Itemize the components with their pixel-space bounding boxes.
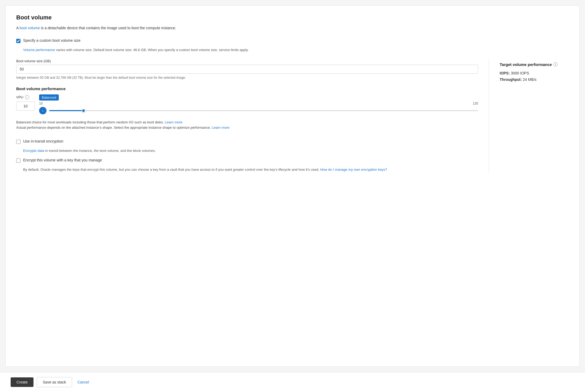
balanced-badge: Balanced [39, 94, 59, 101]
iops-stat: IOPS: 3000 IOPS [500, 71, 569, 75]
volume-performance-link[interactable]: Volume performance [23, 48, 55, 52]
manage-key-desc: By default, Oracle manages the keys that… [23, 167, 478, 173]
custom-boot-sub-text: varies with volume size. Default boot vo… [55, 48, 249, 52]
transit-encryption-checkbox[interactable] [16, 140, 20, 144]
manage-keys-link[interactable]: How do I manage my own encryption keys? [320, 168, 387, 172]
slider-track[interactable] [49, 110, 478, 111]
slider-labels: 10 120 [39, 102, 478, 105]
perf-text-2: Actual performance depends on the attach… [16, 126, 212, 130]
boot-volume-link[interactable]: boot volume [19, 26, 40, 30]
content-layout: Boot volume size (GB) 50 Integer between… [16, 59, 569, 173]
throughput-stat: Throughput: 24 MB/s [500, 77, 569, 82]
vpu-label: VPU [16, 95, 23, 99]
throughput-label: Throughput: [500, 77, 522, 82]
slider-section: Balanced 10 120 ‹ [39, 95, 478, 114]
slider-left-btn[interactable]: ‹ [39, 107, 47, 114]
iops-value: 3000 IOPS [511, 71, 529, 75]
desc-prefix: A [16, 26, 19, 30]
cancel-button[interactable]: Cancel [75, 377, 91, 387]
perf-text-1: Balanced choice for most workloads inclu… [16, 120, 165, 124]
page-description: A boot volume is a detachable device tha… [16, 25, 569, 31]
manage-key-row: Encrypt this volume with a key that you … [16, 158, 478, 163]
learn-more-link-2[interactable]: Learn more [212, 126, 229, 130]
slider-thumb [82, 109, 85, 112]
target-perf-info-icon[interactable]: i [553, 62, 558, 66]
slider-min-label: 10 [39, 102, 43, 105]
custom-boot-checkbox[interactable] [16, 39, 20, 43]
boot-volume-size-label: Boot volume size (GB) [16, 59, 478, 63]
performance-description: Balanced choice for most workloads inclu… [16, 120, 478, 131]
transit-desc-text: in transit between the instance, the boo… [44, 149, 156, 153]
transit-encryption-desc: Encrypts data in transit between the ins… [23, 148, 478, 154]
slider-max-label: 120 [473, 102, 478, 105]
boot-volume-size-hint: Integer between 50 GB and 32,768 GB (32 … [16, 75, 478, 80]
bottom-action-bar: Create Save as stack Cancel [0, 372, 585, 392]
slider-wrapper: ‹ [39, 107, 478, 114]
main-panel: Boot volume A boot volume is a detachabl… [5, 5, 580, 367]
encrypts-data-link[interactable]: Encrypts data [23, 149, 44, 153]
manage-key-checkbox[interactable] [16, 159, 20, 163]
vpu-info-icon[interactable]: i [25, 95, 29, 99]
custom-boot-row: Specify a custom boot volume size [16, 38, 569, 43]
left-column: Boot volume size (GB) 50 Integer between… [16, 59, 489, 173]
save-as-stack-button[interactable]: Save as stack [37, 377, 72, 387]
vpu-label-row: VPU i [16, 95, 35, 99]
performance-title: Boot volume performance [16, 86, 478, 91]
boot-volume-size-input[interactable]: 50 [16, 65, 478, 74]
encryption-section: Use in-transit encryption Encrypts data … [16, 139, 478, 173]
vpu-field: VPU i 10 [16, 95, 35, 111]
iops-label: IOPS: [500, 71, 510, 75]
manage-desc-prefix: By default, Oracle manages the keys that… [23, 168, 320, 172]
desc-suffix: is a detachable device that contains the… [40, 26, 176, 30]
transit-encryption-label[interactable]: Use in-transit encryption [23, 139, 63, 143]
target-perf-label: Target volume performance [500, 62, 552, 67]
manage-key-label[interactable]: Encrypt this volume with a key that you … [23, 158, 102, 162]
slider-fill [49, 110, 83, 111]
custom-boot-label[interactable]: Specify a custom boot volume size [23, 38, 81, 43]
vpu-input[interactable]: 10 [16, 102, 35, 111]
boot-volume-size-field: Boot volume size (GB) 50 Integer between… [16, 59, 478, 80]
throughput-value: 24 MB/s [523, 77, 536, 82]
right-column: Target volume performance i IOPS: 3000 I… [500, 59, 569, 173]
custom-boot-sub: Volume performance varies with volume si… [23, 47, 569, 53]
learn-more-link-1[interactable]: Learn more [165, 120, 182, 124]
create-button[interactable]: Create [11, 377, 34, 387]
boot-volume-performance-section: Boot volume performance VPU i 10 [16, 86, 478, 131]
page-title: Boot volume [16, 14, 569, 21]
transit-encryption-row: Use in-transit encryption [16, 139, 478, 144]
vpu-row: VPU i 10 Balanced 10 120 [16, 95, 478, 114]
target-perf-title: Target volume performance i [500, 62, 569, 67]
